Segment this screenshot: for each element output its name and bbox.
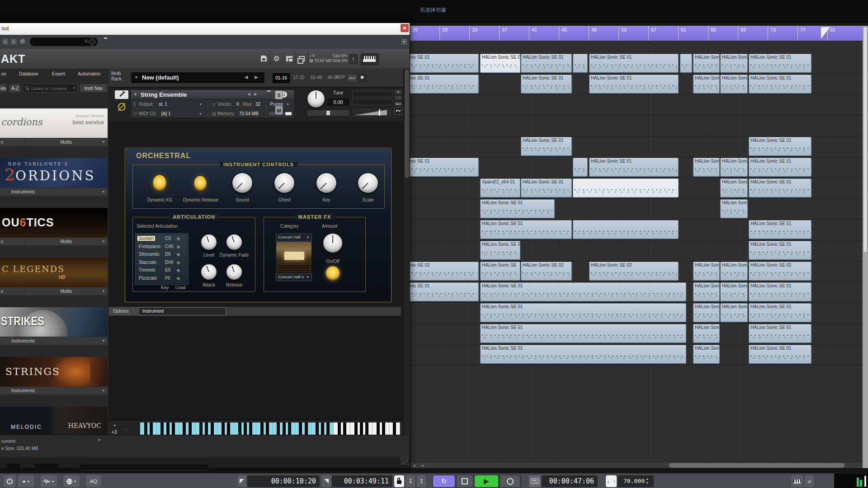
library-banner-legends[interactable]: C LEGENDSHD: [0, 258, 108, 287]
midi-clip[interactable]: HALion Sonic SE 01: [480, 303, 686, 322]
library-card[interactable]: C LEGENDSHDsMultis▼: [0, 258, 108, 295]
midi-clip[interactable]: HALion Sonic SE 01: [410, 54, 479, 73]
pan-slider[interactable]: [307, 110, 349, 116]
black-key[interactable]: [172, 422, 175, 435]
black-key[interactable]: [316, 422, 319, 435]
articulation-row[interactable]: FortepianoC#0: [137, 243, 187, 251]
aux-button[interactable]: aux: [347, 74, 358, 82]
ruler-bar-number[interactable]: 37: [499, 26, 529, 41]
midi-clip[interactable]: HALion Sonic SE: [480, 262, 520, 281]
vertical-scrollbar[interactable]: [863, 26, 868, 468]
meter-handle[interactable]: [864, 476, 866, 487]
key-knob[interactable]: [316, 173, 336, 193]
footer-instruments-cell[interactable]: Instruments: [0, 188, 108, 196]
midi-clip[interactable]: HALion Sonic SE 01: [693, 345, 720, 364]
midi-clip[interactable]: HALion Sonic SE 01: [749, 282, 811, 301]
footer-multis-cell[interactable]: Multis: [25, 138, 108, 146]
audio-record-mode-button[interactable]: ▼: [41, 475, 57, 487]
library-banner-accordions[interactable]: cordionsEduardo Tarilontebest service: [0, 108, 108, 138]
articulation-name[interactable]: Tremolo: [139, 267, 155, 272]
midi-clip[interactable]: HALion Sonic SE 01: [693, 282, 720, 301]
ksp-button[interactable]: KSP: [336, 75, 345, 80]
chevron-down-icon[interactable]: ▼: [102, 239, 105, 244]
search-clear-icon[interactable]: ×: [73, 85, 75, 90]
black-key[interactable]: [222, 422, 225, 435]
midi-clip[interactable]: HALion Sonic SE 02: [720, 262, 748, 281]
keyboard-zoom-minus-icon[interactable]: −: [126, 427, 128, 432]
ruler-bar-number[interactable]: 61: [678, 26, 708, 41]
library-banner-accordions2[interactable]: RDO TARILONTE'S2ORDIONS: [0, 158, 108, 188]
ruler-bar-number[interactable]: 45: [559, 26, 589, 41]
articulation-name[interactable]: Fortepiano: [139, 244, 160, 249]
footer-instruments-cell[interactable]: s: [0, 238, 24, 245]
chevron-down-icon[interactable]: ▼: [133, 92, 137, 97]
view-layout-icon[interactable]: [283, 52, 296, 66]
resize-grip[interactable]: [401, 457, 409, 465]
save-icon[interactable]: [258, 52, 270, 66]
minimize-instrument-icon[interactable]: −: [394, 95, 402, 100]
articulation-name[interactable]: Staccato: [139, 260, 156, 265]
midi-clip[interactable]: HALion Sonic SE 01: [749, 303, 811, 322]
ruler-bar-number[interactable]: 57: [648, 26, 678, 41]
midi-clip[interactable]: HALion Sonic SE 02: [749, 262, 811, 281]
black-key[interactable]: [354, 422, 358, 435]
chevron-down-icon[interactable]: ▼: [134, 75, 138, 80]
midi-clip[interactable]: [573, 54, 588, 73]
solo-button[interactable]: S: [275, 90, 283, 99]
articulation-row[interactable]: StaccatoD#0: [137, 259, 187, 267]
right-locator-flag-button[interactable]: [322, 475, 331, 487]
dynamic-fade-knob[interactable]: [226, 235, 242, 250]
midi-clip[interactable]: HALion Sonic SE 01: [749, 241, 811, 260]
instr-nav-button[interactable]: Instr Nav: [80, 84, 108, 93]
midi-clip[interactable]: HALion Sonic SE 01: [480, 199, 555, 218]
gear-icon[interactable]: ⚙: [270, 52, 283, 66]
fx-category-dropdown[interactable]: Concert Hall▼: [276, 234, 312, 241]
midi-clip[interactable]: HALion Sonic SE 01: [480, 241, 520, 260]
preset-next-button[interactable]: ≡: [10, 38, 17, 46]
black-key[interactable]: [227, 422, 230, 435]
midi-clip[interactable]: HALion Sonic SE 01: [589, 54, 679, 73]
tab-automation[interactable]: Automation: [78, 71, 101, 76]
midi-clip[interactable]: HALion Sonic SE 01: [410, 158, 479, 177]
library-card[interactable]: STRIKESInstruments▼: [0, 307, 108, 345]
keyboard-toggle-button[interactable]: [361, 53, 379, 65]
articulation-load-led[interactable]: [177, 269, 180, 272]
black-key[interactable]: [238, 422, 241, 435]
midi-clip[interactable]: [680, 54, 692, 73]
articulation-row[interactable]: SforzandoD0: [137, 251, 187, 258]
windows-icon[interactable]: [296, 52, 308, 66]
scroll-left-icon[interactable]: ◂: [410, 462, 419, 468]
black-key[interactable]: [343, 422, 346, 435]
black-key[interactable]: [360, 422, 363, 435]
tab-expert[interactable]: Expert: [52, 71, 65, 76]
close-button[interactable]: ✕: [401, 24, 409, 32]
pv-button[interactable]: PV: [394, 107, 402, 115]
midi-clip[interactable]: HALion Sonic SE 01: [720, 75, 748, 94]
constrain-delay-icon[interactable]: [4, 475, 15, 487]
midi-record-mode-button[interactable]: ▼: [63, 475, 80, 487]
midi-clip[interactable]: [573, 220, 679, 239]
library-card[interactable]: RDO TARILONTE'S2ORDIONSInstruments▼: [0, 158, 108, 196]
ruler-bar-number[interactable]: 65: [708, 26, 738, 41]
footer-instruments-cell[interactable]: Instruments: [0, 387, 108, 394]
black-key[interactable]: [244, 422, 247, 435]
tab-options[interactable]: Options: [109, 307, 137, 315]
midi-clip[interactable]: HALion Sonic SE 02: [589, 262, 679, 281]
ruler-bar-number[interactable]: 53: [618, 26, 648, 41]
main-time-display[interactable]: 00:00:47:06: [542, 475, 598, 487]
chevron-down-icon[interactable]: ▼: [102, 339, 105, 343]
midi-clip[interactable]: HALion Sonic SE 01: [749, 137, 811, 156]
horizontal-scrollbar[interactable]: ◂ ▸: [410, 462, 863, 468]
az-sort-button[interactable]: A-Z: [9, 84, 21, 93]
record-button[interactable]: [500, 475, 520, 487]
articulation-list[interactable]: SustainC0FortepianoC#0SforzandoD0Staccat…: [136, 234, 188, 284]
ruler-bar-number[interactable]: 73: [768, 26, 797, 41]
library-card[interactable]: MELODICHEAVYOC: [0, 407, 108, 435]
dynamic-ks-led-button[interactable]: [153, 175, 166, 191]
chevron-down-icon[interactable]: ▼: [102, 190, 105, 194]
timeline-ruler[interactable]: 817773696561575349454137332925: [410, 26, 863, 41]
midi-clip[interactable]: Xpand!2_x64 01: [480, 178, 520, 197]
midi-clip[interactable]: HALion Sonic SE 01: [749, 345, 811, 364]
vertical-scroll-thumb[interactable]: [863, 27, 868, 253]
record-mode-button[interactable]: ●▼: [18, 475, 34, 487]
